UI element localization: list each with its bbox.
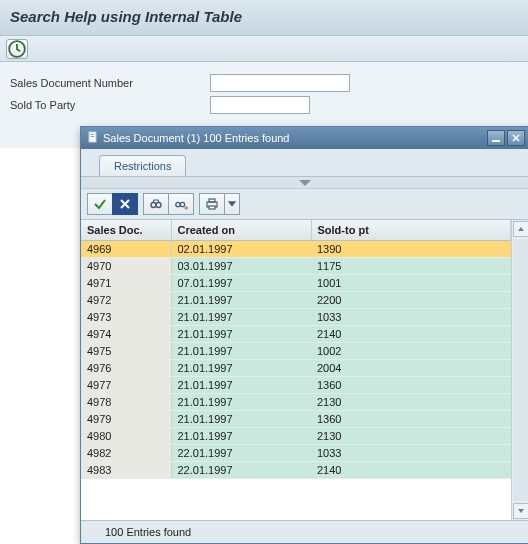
cell-created-on: 21.01.1997 <box>171 428 311 445</box>
table-row[interactable]: 497621.01.19972004 <box>81 360 511 377</box>
table-row[interactable]: 497921.01.19971360 <box>81 411 511 428</box>
printer-icon <box>205 197 219 211</box>
cell-sold-to: 1033 <box>311 445 511 462</box>
svg-rect-2 <box>91 134 95 135</box>
scroll-down-button[interactable] <box>513 503 529 519</box>
cell-sales-doc: 4972 <box>81 292 171 309</box>
dialog-title-text: Sales Document (1) 100 Entries found <box>103 132 290 144</box>
table-row[interactable]: 498222.01.19971033 <box>81 445 511 462</box>
accept-button[interactable] <box>87 193 113 215</box>
execute-button[interactable] <box>6 39 28 59</box>
cell-sales-doc: 4978 <box>81 394 171 411</box>
cell-sales-doc: 4971 <box>81 275 171 292</box>
cell-created-on: 21.01.1997 <box>171 343 311 360</box>
cell-sold-to: 2140 <box>311 462 511 479</box>
cell-sold-to: 2140 <box>311 326 511 343</box>
dialog-close-button[interactable] <box>507 130 525 146</box>
cell-created-on: 21.01.1997 <box>171 360 311 377</box>
table-row[interactable]: 497521.01.19971002 <box>81 343 511 360</box>
cell-sold-to: 2130 <box>311 428 511 445</box>
cell-created-on: 22.01.1997 <box>171 445 311 462</box>
cell-sold-to: 2004 <box>311 360 511 377</box>
dialog-statusbar: 100 Entries found <box>81 521 528 543</box>
cell-sales-doc: 4976 <box>81 360 171 377</box>
x-icon <box>118 197 132 211</box>
cell-sales-doc: 4975 <box>81 343 171 360</box>
svg-rect-3 <box>91 136 95 137</box>
cell-created-on: 21.01.1997 <box>171 394 311 411</box>
col-sold-to[interactable]: Sold-to pt <box>311 220 511 241</box>
svg-point-5 <box>151 203 156 208</box>
clock-icon <box>7 39 27 59</box>
cell-sales-doc: 4980 <box>81 428 171 445</box>
print-button[interactable] <box>199 193 225 215</box>
table-row[interactable]: 498322.01.19972140 <box>81 462 511 479</box>
results-table: Sales Doc. Created on Sold-to pt 496902.… <box>81 220 511 479</box>
find-button[interactable] <box>143 193 169 215</box>
table-row[interactable]: 497421.01.19972140 <box>81 326 511 343</box>
dialog-titlebar: Sales Document (1) 100 Entries found <box>81 127 528 149</box>
cancel-button[interactable] <box>112 193 138 215</box>
svg-rect-10 <box>209 199 215 202</box>
col-sales-doc[interactable]: Sales Doc. <box>81 220 171 241</box>
cell-sales-doc: 4973 <box>81 309 171 326</box>
cell-sold-to: 2200 <box>311 292 511 309</box>
soldto-input[interactable] <box>210 96 310 114</box>
scroll-up-button[interactable] <box>513 221 529 237</box>
table-row[interactable]: 497821.01.19972130 <box>81 394 511 411</box>
docnum-label: Sales Document Number <box>10 77 210 89</box>
cell-sold-to: 1360 <box>311 411 511 428</box>
cell-sold-to: 1002 <box>311 343 511 360</box>
cell-created-on: 21.01.1997 <box>171 326 311 343</box>
cell-sold-to: 1390 <box>311 241 511 258</box>
table-row[interactable]: 497107.01.19971001 <box>81 275 511 292</box>
cell-created-on: 21.01.1997 <box>171 309 311 326</box>
cell-sold-to: 1175 <box>311 258 511 275</box>
cell-sales-doc: 4983 <box>81 462 171 479</box>
print-menu-button[interactable] <box>224 193 240 215</box>
cell-sales-doc: 4974 <box>81 326 171 343</box>
cell-sales-doc: 4982 <box>81 445 171 462</box>
cell-sales-doc: 4969 <box>81 241 171 258</box>
cell-sales-doc: 4979 <box>81 411 171 428</box>
cell-sold-to: 1033 <box>311 309 511 326</box>
cell-sold-to: 1001 <box>311 275 511 292</box>
cell-sold-to: 1360 <box>311 377 511 394</box>
table-row[interactable]: 497003.01.19971175 <box>81 258 511 275</box>
svg-point-7 <box>176 202 180 206</box>
find-next-button[interactable] <box>168 193 194 215</box>
page-title: Search Help using Internal Table <box>0 0 528 36</box>
binoculars-next-icon <box>174 197 188 211</box>
tab-restrictions[interactable]: Restrictions <box>99 155 186 176</box>
dialog-doc-icon <box>87 131 99 145</box>
check-icon <box>93 197 107 211</box>
cell-created-on: 03.01.1997 <box>171 258 311 275</box>
table-row[interactable]: 498021.01.19972130 <box>81 428 511 445</box>
cell-sold-to: 2130 <box>311 394 511 411</box>
vertical-scrollbar[interactable] <box>511 220 528 520</box>
soldto-label: Sold To Party <box>10 99 210 111</box>
table-row[interactable]: 497221.01.19972200 <box>81 292 511 309</box>
svg-point-8 <box>180 202 184 206</box>
docnum-input[interactable] <box>210 74 350 92</box>
table-row[interactable]: 497721.01.19971360 <box>81 377 511 394</box>
cell-created-on: 21.01.1997 <box>171 411 311 428</box>
cell-created-on: 21.01.1997 <box>171 292 311 309</box>
col-created-on[interactable]: Created on <box>171 220 311 241</box>
cell-created-on: 07.01.1997 <box>171 275 311 292</box>
search-help-dialog: Sales Document (1) 100 Entries found Res… <box>80 126 528 544</box>
svg-rect-4 <box>492 140 500 142</box>
chevron-down-icon <box>225 197 239 211</box>
cell-sales-doc: 4977 <box>81 377 171 394</box>
table-row[interactable]: 496902.01.19971390 <box>81 241 511 258</box>
dialog-minimize-button[interactable] <box>487 130 505 146</box>
app-toolbar <box>0 36 528 62</box>
cell-created-on: 02.01.1997 <box>171 241 311 258</box>
cell-sales-doc: 4970 <box>81 258 171 275</box>
collapse-separator[interactable] <box>81 177 528 189</box>
svg-rect-11 <box>209 206 215 209</box>
cell-created-on: 21.01.1997 <box>171 377 311 394</box>
table-row[interactable]: 497321.01.19971033 <box>81 309 511 326</box>
binoculars-icon <box>149 197 163 211</box>
cell-created-on: 22.01.1997 <box>171 462 311 479</box>
